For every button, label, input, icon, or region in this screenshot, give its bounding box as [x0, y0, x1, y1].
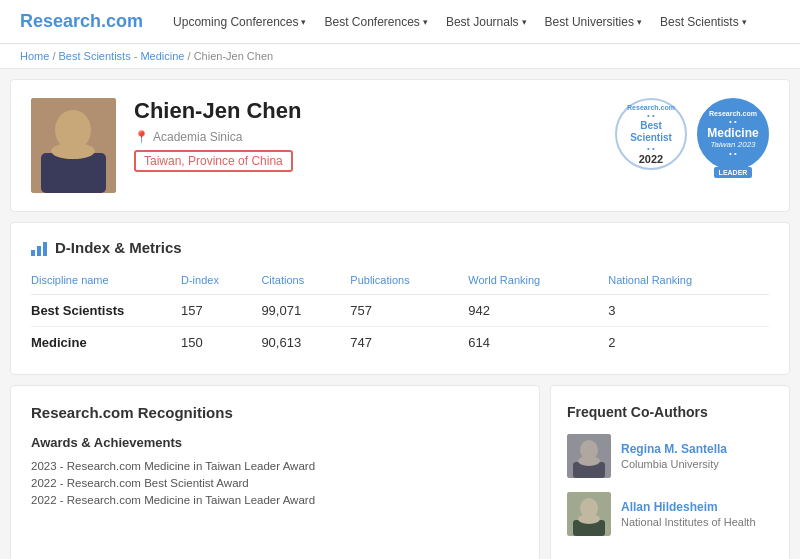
- coauthor-institution-2: National Institutes of Health: [621, 516, 756, 528]
- caret-icon: ▾: [301, 17, 306, 27]
- profile-photo: [31, 98, 116, 193]
- nav-best-universities[interactable]: Best Universities ▾: [545, 15, 642, 29]
- institution-text: Academia Sinica: [153, 130, 242, 144]
- location-pin-icon: 📍: [134, 130, 149, 144]
- coauthor-institution-1: Columbia University: [621, 458, 727, 470]
- col-world-ranking: World Ranking: [468, 270, 608, 295]
- badge-sub-2: Taiwan 2023: [710, 140, 755, 149]
- award-item: 2022 - Research.com Best Scientist Award: [31, 477, 519, 489]
- table-row: Medicine 150 90,613 747 614 2: [31, 327, 769, 359]
- metrics-section: D-Index & Metrics Discipline name D-inde…: [10, 222, 790, 375]
- coauthor-name-2[interactable]: Allan Hildesheim: [621, 500, 756, 516]
- badge-leader-label: LEADER: [714, 167, 753, 178]
- row1-national-ranking: 3: [608, 295, 769, 327]
- nav-upcoming-conferences[interactable]: Upcoming Conferences ▾: [173, 15, 306, 29]
- badge-title-1: BestScientist: [630, 120, 672, 144]
- metrics-title: D-Index & Metrics: [31, 239, 769, 256]
- row2-publications: 747: [350, 327, 468, 359]
- bar-chart-icon: [31, 240, 47, 256]
- bar-3: [43, 242, 47, 256]
- table-row: Best Scientists 157 99,071 757 942 3: [31, 295, 769, 327]
- col-citations: Citations: [261, 270, 350, 295]
- site-logo[interactable]: Research.com: [20, 11, 143, 32]
- award-badges: Research.com • • BestScientist • • 2022 …: [615, 98, 769, 170]
- svg-rect-2: [41, 153, 106, 193]
- nav-best-conferences[interactable]: Best Conferences ▾: [324, 15, 427, 29]
- breadcrumb-home[interactable]: Home: [20, 50, 49, 62]
- nav-links: Upcoming Conferences ▾ Best Conferences …: [173, 15, 747, 29]
- recognitions-title: Research.com Recognitions: [31, 404, 519, 421]
- row1-dindex: 157: [181, 295, 261, 327]
- bar-2: [37, 246, 41, 256]
- award-item: 2023 - Research.com Medicine in Taiwan L…: [31, 460, 519, 472]
- metrics-heading: D-Index & Metrics: [55, 239, 182, 256]
- row2-citations: 90,613: [261, 327, 350, 359]
- best-scientist-badge: Research.com • • BestScientist • • 2022: [615, 98, 687, 170]
- profile-avatar-svg: [31, 98, 116, 193]
- svg-point-3: [51, 143, 95, 159]
- coauthors-section: Frequent Co-Authors Regina M. Santella C…: [550, 385, 790, 559]
- coauthor-name-1[interactable]: Regina M. Santella: [621, 442, 727, 458]
- caret-icon: ▾: [637, 17, 642, 27]
- profile-section: Chien-Jen Chen 📍 Academia Sinica Taiwan,…: [10, 79, 790, 212]
- nav-best-scientists[interactable]: Best Scientists ▾: [660, 15, 747, 29]
- row2-national-ranking: 2: [608, 327, 769, 359]
- coauthor-photo-2: [567, 492, 611, 536]
- badge-title-2: Medicine: [707, 126, 758, 140]
- bottom-row: Research.com Recognitions Awards & Achie…: [10, 385, 790, 559]
- row1-citations: 99,071: [261, 295, 350, 327]
- coauthor-item: Regina M. Santella Columbia University: [567, 434, 773, 478]
- coauthors-title: Frequent Co-Authors: [567, 404, 773, 420]
- row1-discipline: Best Scientists: [31, 295, 181, 327]
- breadcrumb-best-scientists[interactable]: Best Scientists: [59, 50, 131, 62]
- badge-dots-1: • •: [647, 111, 655, 120]
- awards-title: Awards & Achievements: [31, 435, 519, 450]
- caret-icon: ▾: [742, 17, 747, 27]
- award-item: 2022 - Research.com Medicine in Taiwan L…: [31, 494, 519, 506]
- badge-logo-1: Research.com: [627, 104, 675, 111]
- coauthor-info-1: Regina M. Santella Columbia University: [621, 442, 727, 470]
- breadcrumb-medicine[interactable]: Medicine: [140, 50, 184, 62]
- row2-dindex: 150: [181, 327, 261, 359]
- logo-text: Research: [20, 11, 101, 31]
- row1-world-ranking: 942: [468, 295, 608, 327]
- col-national-ranking: National Ranking: [608, 270, 769, 295]
- caret-icon: ▾: [423, 17, 428, 27]
- coauthor-photo-1: [567, 434, 611, 478]
- row2-discipline: Medicine: [31, 327, 181, 359]
- profile-photo-inner: [31, 98, 116, 193]
- recognitions-section: Research.com Recognitions Awards & Achie…: [10, 385, 540, 559]
- nav-best-journals[interactable]: Best Journals ▾: [446, 15, 527, 29]
- coauthor-item: Allan Hildesheim National Institutes of …: [567, 492, 773, 536]
- coauthor-avatar-1: [567, 434, 611, 478]
- svg-point-7: [578, 456, 600, 466]
- caret-icon: ▾: [522, 17, 527, 27]
- table-header-row: Discipline name D-index Citations Public…: [31, 270, 769, 295]
- bar-1: [31, 250, 35, 256]
- nav-bar: Research.com Upcoming Conferences ▾ Best…: [0, 0, 800, 44]
- col-discipline: Discipline name: [31, 270, 181, 295]
- row2-world-ranking: 614: [468, 327, 608, 359]
- breadcrumb-current: Chien-Jen Chen: [194, 50, 274, 62]
- medicine-badge: Research.com • • Medicine Taiwan 2023 • …: [697, 98, 769, 170]
- badge-logo-2: Research.com: [709, 110, 757, 117]
- badge-dots-2: • •: [647, 144, 655, 153]
- col-dindex: D-index: [181, 270, 261, 295]
- svg-point-11: [578, 514, 600, 524]
- logo-dot: .com: [101, 11, 143, 31]
- breadcrumb: Home / Best Scientists - Medicine / Chie…: [0, 44, 800, 69]
- profile-location-badge: Taiwan, Province of China: [134, 150, 293, 172]
- row1-publications: 757: [350, 295, 468, 327]
- badge-dots-3: • •: [729, 117, 737, 126]
- coauthor-avatar-2: [567, 492, 611, 536]
- badge-dots-4: • •: [729, 149, 737, 158]
- coauthor-info-2: Allan Hildesheim National Institutes of …: [621, 500, 756, 528]
- col-publications: Publications: [350, 270, 468, 295]
- metrics-table: Discipline name D-index Citations Public…: [31, 270, 769, 358]
- badge-year-1: 2022: [639, 153, 663, 165]
